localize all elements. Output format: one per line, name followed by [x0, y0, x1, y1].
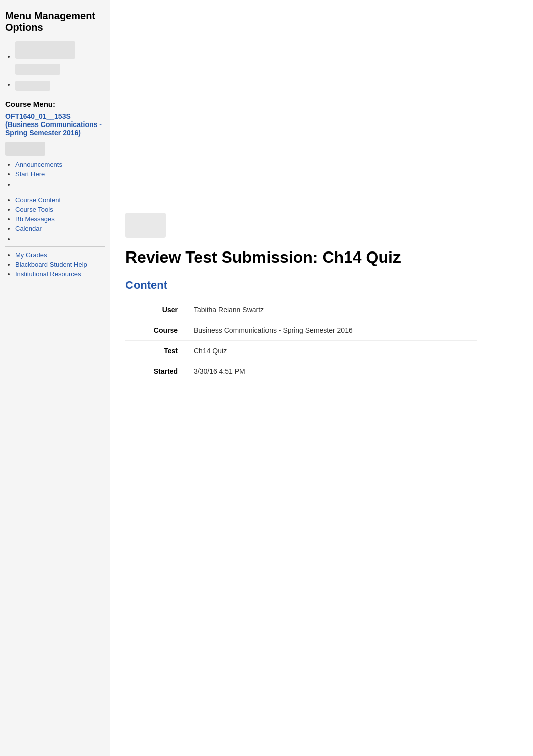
course-menu-title: Course Menu:: [5, 100, 105, 108]
menu-management-list: [5, 41, 105, 91]
content-label-user: User: [125, 300, 186, 320]
blurred-menu-item-1: [15, 41, 75, 59]
nav-link-start-here[interactable]: Start Here: [15, 170, 45, 178]
content-table: User Tabitha Reiann Swartz Course Busine…: [125, 300, 477, 382]
course-menu-section: Course Menu: OFT1640_01__153S (Business …: [5, 100, 105, 278]
nav-item-start-here[interactable]: Start Here: [15, 170, 105, 178]
blurred-menu-item-2: [15, 64, 60, 75]
table-row: User Tabitha Reiann Swartz: [125, 300, 477, 320]
sidebar-divider-2: [5, 246, 105, 247]
review-test-title: Review Test Submission: Ch14 Quiz: [125, 248, 518, 267]
nav-group-3: My Grades Blackboard Student Help Instit…: [5, 251, 105, 278]
nav-item-institutional-resources[interactable]: Institutional Resources: [15, 270, 105, 278]
lower-section: [125, 213, 518, 238]
nav-item-course-tools[interactable]: Course Tools: [15, 206, 105, 213]
nav-link-calendar[interactable]: Calendar: [15, 225, 42, 232]
nav-link-course-content[interactable]: Course Content: [15, 196, 61, 204]
nav-link-institutional-resources[interactable]: Institutional Resources: [15, 270, 81, 278]
nav-group-1: Announcements Start Here: [5, 161, 105, 178]
nav-item-bb-student-help[interactable]: Blackboard Student Help: [15, 261, 105, 268]
nav-item-announcements[interactable]: Announcements: [15, 161, 105, 168]
nav-empty-2: [5, 235, 105, 242]
nav-link-course-tools[interactable]: Course Tools: [15, 206, 53, 213]
blurred-menu-item-3: [15, 81, 50, 91]
nav-empty-item-1: [15, 181, 105, 188]
content-value-course: Business Communications - Spring Semeste…: [186, 320, 477, 341]
content-value-user: Tabitha Reiann Swartz: [186, 300, 477, 320]
content-section-heading: Content: [125, 279, 518, 292]
content-label-course: Course: [125, 320, 186, 341]
nav-link-my-grades[interactable]: My Grades: [15, 251, 47, 259]
sidebar: Menu Management Options Course Menu: OFT…: [0, 0, 110, 756]
nav-link-bb-student-help[interactable]: Blackboard Student Help: [15, 261, 87, 268]
table-row: Test Ch14 Quiz: [125, 341, 477, 361]
nav-item-bb-messages[interactable]: Bb Messages: [15, 215, 105, 223]
nav-empty-1: [5, 181, 105, 188]
nav-link-announcements[interactable]: Announcements: [15, 161, 62, 168]
nav-item-course-content[interactable]: Course Content: [15, 196, 105, 204]
content-value-test: Ch14 Quiz: [186, 341, 477, 361]
nav-group-2: Course Content Course Tools Bb Messages …: [5, 196, 105, 232]
menu-management-item-2: [15, 81, 105, 91]
menu-management-title: Menu Management Options: [5, 10, 105, 33]
content-label-test: Test: [125, 341, 186, 361]
main-content: Review Test Submission: Ch14 Quiz Conten…: [110, 0, 533, 756]
sidebar-divider-1: [5, 192, 105, 192]
table-row: Started 3/30/16 4:51 PM: [125, 361, 477, 382]
nav-link-bb-messages[interactable]: Bb Messages: [15, 215, 55, 223]
content-value-started: 3/30/16 4:51 PM: [186, 361, 477, 382]
nav-empty-item-2: [15, 235, 105, 242]
blurred-nav-button: [5, 142, 45, 156]
course-link[interactable]: OFT1640_01__153S (Business Communication…: [5, 112, 105, 137]
content-label-started: Started: [125, 361, 186, 382]
nav-item-my-grades[interactable]: My Grades: [15, 251, 105, 259]
lower-blurred-block: [125, 213, 166, 238]
nav-item-calendar[interactable]: Calendar: [15, 225, 105, 232]
table-row: Course Business Communications - Spring …: [125, 320, 477, 341]
menu-management-item-1: [15, 41, 105, 78]
